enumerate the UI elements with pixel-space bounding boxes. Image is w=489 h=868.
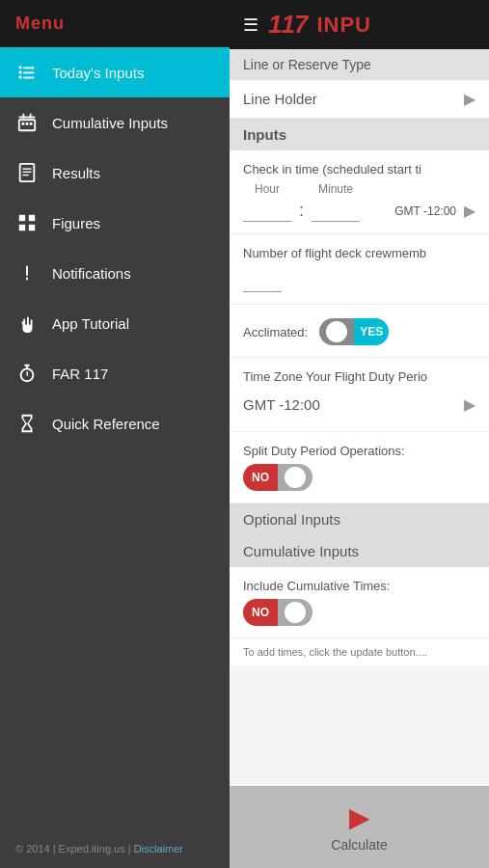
sidebar-item-todays-inputs[interactable]: Today's Inputs bbox=[0, 47, 230, 97]
svg-rect-14 bbox=[22, 168, 31, 169]
sidebar-item-label: Cumulative Inputs bbox=[52, 115, 168, 131]
svg-rect-5 bbox=[23, 77, 34, 79]
sidebar-header: Menu bbox=[0, 0, 230, 47]
time-colon: : bbox=[299, 183, 304, 221]
crewmembers-input[interactable] bbox=[243, 270, 282, 292]
svg-rect-20 bbox=[29, 225, 35, 231]
svg-rect-22 bbox=[26, 278, 28, 281]
svg-rect-19 bbox=[19, 225, 25, 231]
sidebar-item-cumulative-inputs[interactable]: Cumulative Inputs bbox=[0, 97, 230, 148]
sidebar-item-label: App Tutorial bbox=[52, 315, 129, 332]
include-cumulative-toggle[interactable]: NO bbox=[243, 599, 312, 626]
exclamation-icon bbox=[15, 261, 39, 285]
gmt-label: GMT -12:00 bbox=[394, 187, 456, 218]
acclimated-group: Acclimated: YES bbox=[230, 305, 489, 358]
sidebar-item-notifications[interactable]: Notifications bbox=[0, 248, 230, 298]
sidebar-item-results[interactable]: Results bbox=[0, 148, 230, 198]
page-title: INPU bbox=[316, 13, 371, 38]
toggle-circle-split bbox=[285, 467, 306, 488]
timezone-dropdown-arrow-icon[interactable]: ▶ bbox=[464, 395, 475, 414]
acclimated-toggle[interactable]: YES bbox=[319, 318, 389, 345]
sidebar-item-label: Today's Inputs bbox=[52, 65, 144, 81]
optional-section-label: Optional Inputs bbox=[230, 503, 489, 535]
hourglass-icon bbox=[15, 412, 39, 435]
update-note: To add times, click the update button...… bbox=[230, 638, 489, 665]
svg-rect-26 bbox=[27, 371, 28, 376]
toggle-circle-side bbox=[319, 318, 354, 345]
toggle-circle-side-split bbox=[278, 464, 312, 491]
split-duty-label: Split Duty Period Operations: bbox=[243, 444, 475, 458]
sidebar-item-label: Quick Reference bbox=[52, 416, 160, 432]
dropdown-arrow-icon: ▶ bbox=[464, 90, 475, 108]
sidebar-item-quick-reference[interactable]: Quick Reference bbox=[0, 398, 230, 448]
sidebar-item-label: FAR 117 bbox=[52, 366, 108, 382]
svg-rect-9 bbox=[30, 114, 32, 119]
no-label-cumulative: NO bbox=[252, 606, 269, 619]
sidebar-item-figures[interactable]: Figures bbox=[0, 198, 230, 248]
line-holder-dropdown[interactable]: Line Holder ▶ bbox=[230, 80, 489, 119]
svg-rect-12 bbox=[30, 122, 33, 125]
svg-rect-6 bbox=[19, 117, 36, 119]
menu-label: Menu bbox=[15, 14, 65, 33]
hour-label: Hour bbox=[255, 182, 280, 196]
gmt-dropdown-arrow-icon[interactable]: ▶ bbox=[464, 184, 475, 220]
calculate-play-icon: ▶ bbox=[349, 801, 370, 833]
hamburger-icon[interactable]: ☰ bbox=[243, 14, 258, 36]
line-holder-value: Line Holder bbox=[243, 91, 317, 107]
inputs-section-label: Inputs bbox=[230, 119, 489, 150]
svg-rect-16 bbox=[22, 175, 28, 176]
hour-col: Hour bbox=[243, 182, 291, 222]
include-cumulative-label: Include Cumulative Times: bbox=[243, 579, 475, 593]
crewmembers-label: Number of flight deck crewmemb bbox=[243, 246, 475, 260]
minute-input[interactable] bbox=[312, 200, 360, 222]
stopwatch-icon bbox=[15, 362, 39, 385]
svg-rect-2 bbox=[19, 76, 22, 79]
sidebar-item-label: Notifications bbox=[52, 265, 131, 282]
sidebar: Menu Today's Inputs bbox=[0, 0, 230, 868]
calculate-label: Calculate bbox=[331, 837, 387, 853]
no-label-split: NO bbox=[252, 471, 269, 484]
svg-rect-4 bbox=[23, 72, 34, 74]
hour-input[interactable] bbox=[243, 200, 291, 222]
acclimated-label: Acclimated: bbox=[243, 325, 308, 339]
check-in-time-group: Check in time (scheduled start ti Hour :… bbox=[230, 150, 489, 234]
svg-rect-0 bbox=[19, 67, 22, 69]
split-duty-toggle[interactable]: NO bbox=[243, 464, 312, 491]
cumulative-section-label: Cumulative Inputs bbox=[230, 535, 489, 567]
main-header: ☰ 117 INPU bbox=[230, 0, 489, 49]
grid-icon bbox=[15, 211, 39, 234]
yes-label: YES bbox=[360, 325, 383, 339]
sidebar-item-label: Results bbox=[52, 165, 100, 181]
svg-rect-18 bbox=[29, 215, 35, 221]
svg-rect-1 bbox=[19, 71, 22, 74]
minute-label: Minute bbox=[318, 182, 353, 196]
hand-icon bbox=[15, 312, 39, 335]
sidebar-item-far-117[interactable]: FAR 117 bbox=[0, 348, 230, 398]
main-content: ☰ 117 INPU Line or Reserve Type Line Hol… bbox=[230, 0, 489, 868]
list-icon bbox=[15, 61, 39, 84]
svg-rect-11 bbox=[26, 122, 29, 125]
sidebar-item-app-tutorial[interactable]: App Tutorial bbox=[0, 298, 230, 348]
toggle-yes-label: YES bbox=[354, 318, 389, 345]
line-reserve-section-label: Line or Reserve Type bbox=[230, 49, 489, 80]
timezone-label: Time Zone Your Flight Duty Perio bbox=[243, 369, 475, 384]
toggle-circle-indicator bbox=[326, 321, 347, 342]
toggle-no-label-cumulative: NO bbox=[243, 599, 278, 626]
check-in-label: Check in time (scheduled start ti bbox=[243, 162, 475, 176]
toggle-no-label: NO bbox=[243, 464, 278, 491]
svg-rect-17 bbox=[19, 215, 25, 221]
toggle-circle-cumulative bbox=[285, 602, 306, 623]
calculate-bar[interactable]: ▶ Calculate bbox=[230, 786, 489, 868]
svg-rect-25 bbox=[26, 366, 28, 369]
svg-rect-8 bbox=[22, 114, 24, 119]
include-cumulative-group: Include Cumulative Times: NO bbox=[230, 567, 489, 638]
timezone-group: Time Zone Your Flight Duty Perio GMT -12… bbox=[230, 358, 489, 432]
disclaimer-link[interactable]: Disclaimer bbox=[134, 843, 183, 854]
footer-text: © 2014 | Exped.iting.us | bbox=[15, 843, 134, 854]
logo: 117 bbox=[268, 10, 307, 40]
svg-rect-10 bbox=[22, 122, 25, 125]
sidebar-footer: © 2014 | Exped.iting.us | Disclaimer bbox=[0, 829, 230, 868]
toggle-circle-side-cumulative bbox=[278, 599, 312, 626]
svg-rect-15 bbox=[22, 172, 31, 173]
document-icon bbox=[15, 161, 39, 184]
